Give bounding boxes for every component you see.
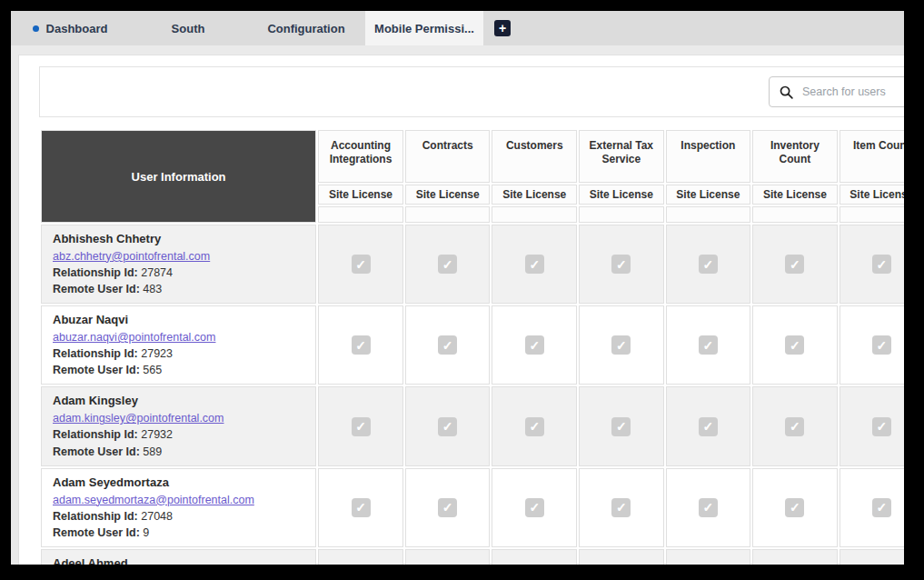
table-row: Abhishesh Chhetry abz.chhetry@pointofren… [41, 225, 904, 304]
user-info-cell: Adam Kingsley adam.kingsley@pointofrenta… [41, 386, 316, 465]
user-email-row: adam.kingsley@pointofrental.com [53, 410, 304, 426]
site-license-checkbox[interactable]: ✓ [525, 498, 544, 517]
user-email-row: adam.seyedmortaza@pointofrental.com [53, 492, 304, 508]
permission-cell: ✓ [840, 468, 904, 547]
site-license-checkbox[interactable]: ✓ [352, 417, 371, 436]
remote-user-id-row: Remote User Id: 565 [53, 362, 304, 378]
permission-cell: ✓ [579, 549, 663, 565]
permission-cell: ✓ [492, 225, 577, 304]
site-license-checkbox[interactable]: ✓ [785, 255, 804, 274]
user-name: Adam Seyedmortaza [53, 475, 304, 492]
remote-user-id-value: 9 [143, 526, 149, 539]
permission-cell: ✓ [840, 305, 904, 385]
site-license-checkbox[interactable]: ✓ [525, 335, 544, 355]
tab-label: Mobile Permissi... [374, 22, 474, 35]
site-license-checkbox[interactable]: ✓ [785, 417, 804, 436]
user-email-link[interactable]: adam.kingsley@pointofrental.com [53, 412, 224, 425]
relationship-id-row: Relationship Id: 27048 [53, 508, 304, 525]
site-license-checkbox[interactable]: ✓ [438, 335, 457, 355]
relationship-id-label: Relationship Id: [53, 428, 138, 441]
site-license-checkbox[interactable]: ✓ [525, 417, 544, 436]
site-license-checkbox[interactable]: ✓ [872, 335, 891, 355]
search-input[interactable] [802, 85, 904, 98]
user-email-link[interactable]: adam.seyedmortaza@pointofrental.com [53, 494, 254, 506]
remote-user-id-row: Remote User Id: 483 [53, 281, 304, 297]
permission-cell: ✓ [405, 468, 491, 547]
site-license-checkbox[interactable]: ✓ [785, 335, 804, 355]
remote-user-id-label: Remote User Id: [53, 364, 140, 376]
search-box[interactable] [769, 76, 904, 107]
permission-cell: ✓ [666, 225, 751, 304]
tab-configuration[interactable]: Configuration [247, 11, 365, 45]
user-info-cell: Abhishesh Chhetry abz.chhetry@pointofren… [41, 225, 316, 304]
permission-cell: ✓ [666, 549, 751, 565]
permission-cell: ✓ [579, 305, 663, 385]
relationship-id-label: Relationship Id: [53, 347, 138, 360]
permission-cell: ✓ [492, 386, 577, 465]
site-license-header: Site License [405, 185, 491, 205]
permission-cell: ✓ [318, 386, 403, 465]
site-license-checkbox[interactable]: ✓ [872, 255, 891, 274]
user-table-body: Abhishesh Chhetry abz.chhetry@pointofren… [41, 225, 904, 565]
user-email-link[interactable]: abz.chhetry@pointofrental.com [53, 250, 210, 263]
column-header: Inspection [666, 130, 751, 183]
remote-user-id-row: Remote User Id: 9 [53, 525, 304, 541]
site-license-checkbox[interactable]: ✓ [611, 417, 631, 436]
site-license-checkbox[interactable]: ✓ [699, 255, 718, 274]
site-license-checkbox[interactable]: ✓ [872, 417, 891, 436]
permission-cell: ✓ [752, 386, 838, 465]
site-license-checkbox[interactable]: ✓ [611, 498, 631, 517]
header-spacer-cell [579, 206, 663, 223]
table-header: User Information Accounting Integrations… [41, 130, 904, 223]
site-license-checkbox[interactable]: ✓ [699, 335, 718, 355]
permission-cell: ✓ [579, 468, 663, 547]
column-header: Inventory Count [752, 130, 838, 183]
add-tab-button[interactable]: + [494, 20, 511, 36]
tab-south[interactable]: South [129, 11, 247, 45]
column-header: Item Count [840, 130, 904, 183]
site-license-checkbox[interactable]: ✓ [611, 335, 631, 355]
tab-dashboard[interactable]: Dashboard [11, 11, 129, 45]
remote-user-id-value: 483 [143, 283, 162, 295]
site-license-header: Site License [752, 185, 838, 205]
site-license-checkbox[interactable]: ✓ [699, 417, 718, 436]
permission-cell: ✓ [318, 225, 403, 304]
header-spacer-cell [492, 206, 577, 223]
site-license-checkbox[interactable]: ✓ [438, 255, 457, 274]
site-license-checkbox[interactable]: ✓ [525, 255, 544, 274]
permission-cell: ✓ [405, 225, 491, 304]
user-name: Adam Kingsley [53, 393, 304, 410]
user-email-link[interactable]: abuzar.naqvi@pointofrental.com [53, 331, 215, 344]
site-license-checkbox[interactable]: ✓ [352, 335, 371, 355]
remote-user-id-label: Remote User Id: [53, 526, 140, 539]
permission-cell: ✓ [579, 386, 663, 465]
user-name: Adeel Ahmed [53, 555, 304, 565]
relationship-id-row: Relationship Id: 27874 [53, 265, 304, 281]
user-info-cell: Adeel Ahmed adeel.ahmed@pointofrental.co… [41, 549, 316, 565]
site-license-checkbox[interactable]: ✓ [785, 498, 804, 517]
relationship-id-label: Relationship Id: [53, 266, 138, 279]
column-header-row: User Information Accounting Integrations… [41, 130, 904, 183]
app-window: Dashboard South Configuration Mobile Per… [11, 11, 904, 565]
permission-cell: ✓ [492, 549, 577, 565]
table-row: Adam Kingsley adam.kingsley@pointofrenta… [41, 386, 904, 465]
site-license-checkbox[interactable]: ✓ [352, 255, 371, 274]
site-license-checkbox[interactable]: ✓ [611, 255, 631, 274]
site-license-checkbox[interactable]: ✓ [438, 417, 457, 436]
relationship-id-label: Relationship Id: [53, 510, 138, 523]
permission-cell: ✓ [492, 305, 577, 385]
site-license-checkbox[interactable]: ✓ [352, 498, 371, 517]
tab-mobile-permissi[interactable]: Mobile Permissi... [365, 11, 483, 45]
table-row: Abuzar Naqvi abuzar.naqvi@pointofrental.… [41, 305, 904, 385]
relationship-id-row: Relationship Id: 27923 [53, 345, 304, 362]
site-license-checkbox[interactable]: ✓ [438, 498, 457, 517]
header-spacer-cell [840, 206, 904, 223]
tab-label: Dashboard [46, 22, 108, 35]
site-license-checkbox[interactable]: ✓ [872, 498, 891, 517]
column-header: Accounting Integrations [318, 130, 403, 183]
site-license-header: Site License [579, 185, 663, 205]
site-license-checkbox[interactable]: ✓ [699, 498, 718, 517]
user-email-row: abz.chhetry@pointofrental.com [53, 248, 304, 265]
relationship-id-value: 27923 [141, 347, 173, 360]
tab-label: Configuration [267, 22, 344, 35]
